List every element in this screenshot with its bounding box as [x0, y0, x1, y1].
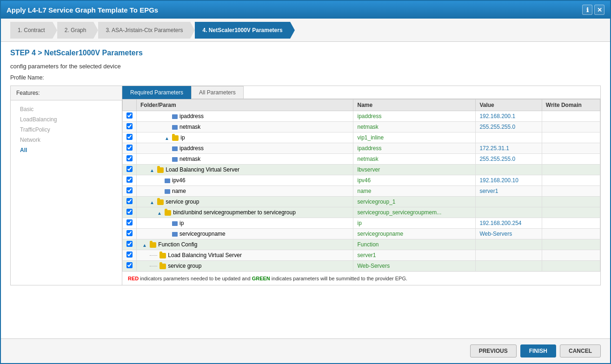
row-value-14: [476, 250, 542, 261]
profile-label: Profile Name:: [10, 74, 44, 81]
table-row: ipaddress ipaddress 192.168.200.1: [123, 111, 600, 122]
row-name-13: Function: [353, 239, 476, 250]
table-row: ip ip 192.168.200.254: [123, 218, 600, 229]
row-checkbox-11[interactable]: [123, 218, 137, 229]
row-domain-15: [542, 261, 600, 271]
row-checkbox-12[interactable]: [123, 229, 137, 239]
row-checkbox-8[interactable]: [123, 186, 137, 197]
feature-all[interactable]: All: [11, 145, 122, 155]
step-3[interactable]: 3. ASA-Jristain-Ctx Parameters: [98, 22, 190, 39]
step-3-label: 3. ASA-Jristain-Ctx Parameters: [106, 27, 183, 33]
close-button[interactable]: ✕: [594, 5, 604, 15]
feature-network[interactable]: Network: [11, 135, 122, 145]
collapse-arrow[interactable]: ▲: [150, 168, 154, 172]
tab-all[interactable]: All Parameters: [191, 86, 244, 99]
col-write-domain: Write Domain: [542, 99, 600, 111]
legend-green-text: indicates parameters will be summitted t…: [272, 276, 407, 281]
table-row: servicegroupname servicegroupname Web-Se…: [123, 229, 600, 239]
row-value-1: 192.168.200.1: [476, 111, 542, 122]
col-folder-param: Folder/Param: [137, 99, 353, 111]
title-bar-left: Apply L4-L7 Service Graph Template To EP…: [7, 6, 158, 14]
row-folder-10: ▲ bind/unbind servicegroupmember to serv…: [137, 207, 353, 218]
table-row: ▲ bind/unbind servicegroupmember to serv…: [123, 207, 600, 218]
row-checkbox-15[interactable]: [123, 261, 137, 271]
table-row: ▲ service group servicegroup_1: [123, 197, 600, 207]
step-4[interactable]: 4. NetScaler1000V Parameters: [195, 22, 290, 39]
table-container[interactable]: Folder/Param Name Value Write Domain: [122, 99, 600, 271]
row-checkbox-4[interactable]: [123, 143, 137, 154]
step-header: STEP 4 > NetScaler1000V Parameters: [10, 49, 601, 57]
row-checkbox-13[interactable]: [123, 239, 137, 250]
row-checkbox-2[interactable]: [123, 122, 137, 132]
row-folder-7: ipv46: [137, 175, 353, 186]
collapse-arrow[interactable]: ▲: [157, 211, 162, 215]
feature-basic[interactable]: Basic: [11, 104, 122, 114]
cancel-button[interactable]: CANCEL: [560, 344, 601, 357]
row-folder-5: netmask: [137, 154, 353, 165]
tabs-row: Required Parameters All Parameters: [122, 86, 600, 99]
row-checkbox-6[interactable]: [123, 165, 137, 175]
row-checkbox-7[interactable]: [123, 175, 137, 186]
dotted-line: [150, 266, 157, 266]
row-checkbox-1[interactable]: [123, 111, 137, 122]
row-domain-7: [542, 175, 600, 186]
step-1-label: 1. Contract: [18, 27, 45, 33]
row-domain-11: [542, 218, 600, 229]
row-value-4: 172.25.31.1: [476, 143, 542, 154]
row-domain-4: [542, 143, 600, 154]
row-folder-14: Load Balancing Virtual Server: [137, 250, 353, 261]
step-1[interactable]: 1. Contract: [10, 22, 53, 39]
row-name-10: servicegroup_servicegroupmem...: [353, 207, 476, 218]
row-checkbox-3[interactable]: [123, 132, 137, 143]
row-folder-8: name: [137, 186, 353, 197]
table-row: ▲ ip vip1_inline: [123, 132, 600, 143]
row-name-4: ipaddress: [353, 143, 476, 154]
info-button[interactable]: ℹ: [582, 5, 592, 15]
param-icon: [172, 232, 178, 237]
feature-trafficpolicy[interactable]: TrafficPolicy: [11, 125, 122, 135]
section-description: config parameters for the selected devic…: [10, 63, 601, 70]
features-list: Basic LoadBalancing TrafficPolicy Networ…: [11, 100, 122, 159]
collapse-arrow[interactable]: ▲: [142, 243, 147, 247]
table-row: Load Balancing Virtual Server server1: [123, 250, 600, 261]
feature-loadbalancing[interactable]: LoadBalancing: [11, 114, 122, 125]
row-folder-2: netmask: [137, 122, 353, 132]
tab-required[interactable]: Required Parameters: [122, 86, 191, 99]
collapse-arrow[interactable]: ▲: [165, 136, 169, 140]
row-checkbox-14[interactable]: [123, 250, 137, 261]
row-name-12: servicegroupname: [353, 229, 476, 239]
step-2[interactable]: 2. Graph: [57, 22, 94, 39]
row-folder-12: servicegroupname: [137, 229, 353, 239]
row-domain-12: [542, 229, 600, 239]
features-header: Features:: [11, 86, 122, 100]
folder-icon: [150, 242, 156, 248]
row-value-3: [476, 132, 542, 143]
row-checkbox-5[interactable]: [123, 154, 137, 165]
row-value-2: 255.255.255.0: [476, 122, 542, 132]
previous-button[interactable]: PREVIOUS: [470, 344, 517, 357]
collapse-arrow[interactable]: ▲: [150, 200, 154, 205]
row-value-12: Web-Servers: [476, 229, 542, 239]
footer: PREVIOUS FINISH CANCEL: [1, 338, 610, 363]
finish-button[interactable]: FINISH: [520, 344, 556, 357]
row-name-15: Web-Servers: [353, 261, 476, 271]
dialog-title: Apply L4-L7 Service Graph Template To EP…: [7, 6, 158, 14]
row-checkbox-9[interactable]: [123, 197, 137, 207]
row-name-3: vip1_inline: [353, 132, 476, 143]
legend-red-label: RED: [128, 276, 139, 281]
main-panel: Features: Basic LoadBalancing TrafficPol…: [10, 86, 601, 285]
folder-icon: [165, 210, 171, 216]
row-domain-6: [542, 165, 600, 175]
row-checkbox-10[interactable]: [123, 207, 137, 218]
row-value-7: 192.168.200.10: [476, 175, 542, 186]
profile-row: Profile Name:: [10, 74, 601, 81]
row-folder-6: ▲ Load Balancing Virtual Server: [137, 165, 353, 175]
folder-icon: [172, 135, 179, 141]
content-area: STEP 4 > NetScaler1000V Parameters confi…: [1, 42, 610, 338]
title-icons: ℹ ✕: [582, 5, 604, 15]
table-row: ▲ Load Balancing Virtual Server lbvserve…: [123, 165, 600, 175]
row-domain-10: [542, 207, 600, 218]
row-folder-4: ipaddress: [137, 143, 353, 154]
col-checkbox: [123, 99, 137, 111]
table-row: ipaddress ipaddress 172.25.31.1: [123, 143, 600, 154]
